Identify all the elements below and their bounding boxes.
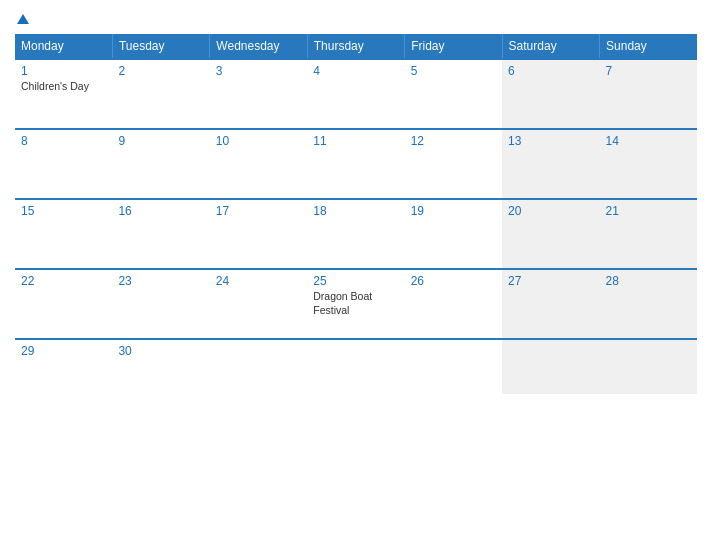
weekday-header-friday: Friday (405, 34, 502, 59)
header (15, 10, 697, 26)
calendar-cell (600, 339, 697, 394)
calendar-cell: 25Dragon Boat Festival (307, 269, 404, 339)
day-number: 2 (118, 64, 203, 78)
calendar-table: MondayTuesdayWednesdayThursdayFridaySatu… (15, 34, 697, 394)
week-row-5: 2930 (15, 339, 697, 394)
week-row-4: 22232425Dragon Boat Festival262728 (15, 269, 697, 339)
calendar-cell: 17 (210, 199, 307, 269)
calendar-cell: 4 (307, 59, 404, 129)
calendar-cell: 20 (502, 199, 599, 269)
calendar-cell: 11 (307, 129, 404, 199)
calendar-header: MondayTuesdayWednesdayThursdayFridaySatu… (15, 34, 697, 59)
weekday-header-row: MondayTuesdayWednesdayThursdayFridaySatu… (15, 34, 697, 59)
calendar-cell: 21 (600, 199, 697, 269)
calendar-cell (405, 339, 502, 394)
day-number: 25 (313, 274, 398, 288)
logo-general-line (15, 10, 29, 26)
calendar-cell: 10 (210, 129, 307, 199)
calendar-cell: 5 (405, 59, 502, 129)
calendar-cell: 30 (112, 339, 209, 394)
calendar-cell: 14 (600, 129, 697, 199)
weekday-header-saturday: Saturday (502, 34, 599, 59)
calendar-cell: 19 (405, 199, 502, 269)
day-number: 9 (118, 134, 203, 148)
calendar-cell: 18 (307, 199, 404, 269)
calendar-cell: 9 (112, 129, 209, 199)
day-number: 6 (508, 64, 593, 78)
calendar-cell: 22 (15, 269, 112, 339)
weekday-header-sunday: Sunday (600, 34, 697, 59)
day-number: 8 (21, 134, 106, 148)
day-number: 15 (21, 204, 106, 218)
day-number: 28 (606, 274, 691, 288)
calendar-cell: 13 (502, 129, 599, 199)
calendar-cell (502, 339, 599, 394)
day-number: 24 (216, 274, 301, 288)
day-number: 27 (508, 274, 593, 288)
day-number: 13 (508, 134, 593, 148)
calendar-cell: 12 (405, 129, 502, 199)
calendar-cell: 29 (15, 339, 112, 394)
calendar-cell (307, 339, 404, 394)
day-number: 21 (606, 204, 691, 218)
day-number: 18 (313, 204, 398, 218)
calendar-cell: 23 (112, 269, 209, 339)
calendar-cell (210, 339, 307, 394)
calendar-cell: 16 (112, 199, 209, 269)
day-number: 11 (313, 134, 398, 148)
week-row-2: 891011121314 (15, 129, 697, 199)
day-event: Dragon Boat Festival (313, 290, 398, 317)
day-number: 3 (216, 64, 301, 78)
day-number: 14 (606, 134, 691, 148)
calendar-body: 1Children's Day2345678910111213141516171… (15, 59, 697, 394)
calendar-cell: 2 (112, 59, 209, 129)
week-row-3: 15161718192021 (15, 199, 697, 269)
day-number: 7 (606, 64, 691, 78)
calendar-cell: 26 (405, 269, 502, 339)
weekday-header-tuesday: Tuesday (112, 34, 209, 59)
calendar-cell: 28 (600, 269, 697, 339)
calendar-cell: 27 (502, 269, 599, 339)
calendar-cell: 7 (600, 59, 697, 129)
calendar-cell: 24 (210, 269, 307, 339)
calendar-cell: 3 (210, 59, 307, 129)
day-number: 29 (21, 344, 106, 358)
day-event: Children's Day (21, 80, 106, 94)
weekday-header-wednesday: Wednesday (210, 34, 307, 59)
logo-triangle-icon (17, 14, 29, 24)
day-number: 23 (118, 274, 203, 288)
day-number: 22 (21, 274, 106, 288)
day-number: 30 (118, 344, 203, 358)
day-number: 10 (216, 134, 301, 148)
day-number: 4 (313, 64, 398, 78)
logo (15, 10, 29, 26)
day-number: 19 (411, 204, 496, 218)
weekday-header-monday: Monday (15, 34, 112, 59)
day-number: 16 (118, 204, 203, 218)
day-number: 12 (411, 134, 496, 148)
calendar-cell: 8 (15, 129, 112, 199)
day-number: 20 (508, 204, 593, 218)
calendar-cell: 1Children's Day (15, 59, 112, 129)
day-number: 5 (411, 64, 496, 78)
calendar-cell: 15 (15, 199, 112, 269)
day-number: 26 (411, 274, 496, 288)
week-row-1: 1Children's Day234567 (15, 59, 697, 129)
calendar-cell: 6 (502, 59, 599, 129)
day-number: 17 (216, 204, 301, 218)
day-number: 1 (21, 64, 106, 78)
weekday-header-thursday: Thursday (307, 34, 404, 59)
calendar-page: MondayTuesdayWednesdayThursdayFridaySatu… (0, 0, 712, 550)
